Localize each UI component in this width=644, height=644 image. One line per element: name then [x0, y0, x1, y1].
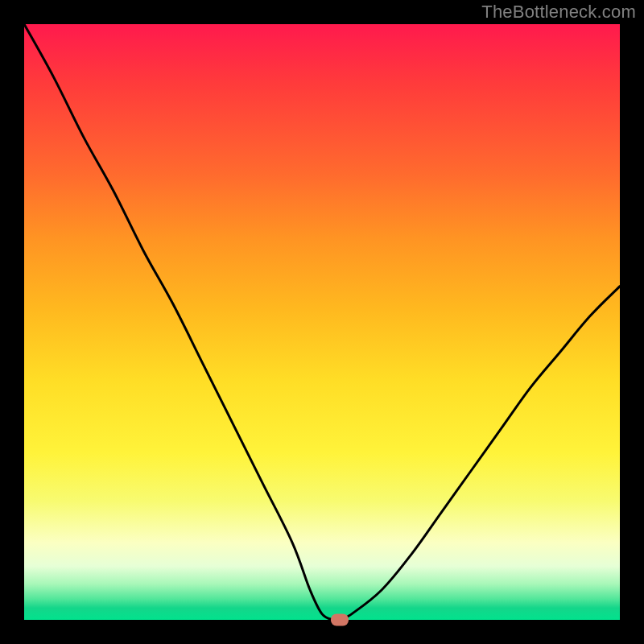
optimal-marker [331, 614, 349, 626]
chart-frame: TheBottleneck.com [0, 0, 644, 644]
plot-area [24, 24, 620, 620]
bottleneck-curve [24, 24, 620, 621]
curve-svg [24, 24, 620, 620]
watermark-text: TheBottleneck.com [481, 2, 636, 23]
